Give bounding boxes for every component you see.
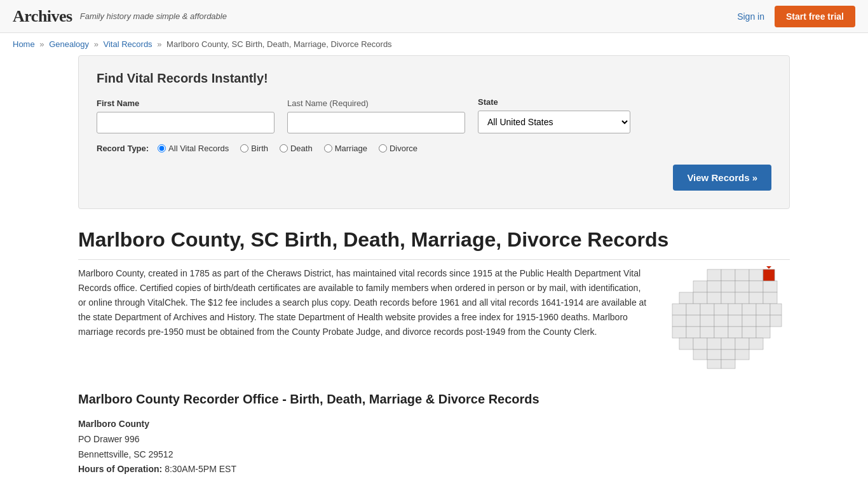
radio-all-vital-input[interactable] [158,144,166,152]
svg-rect-21 [714,304,728,315]
svg-rect-23 [742,304,756,315]
svg-rect-18 [672,304,686,315]
hours-label: Hours of Operation: [78,464,162,474]
radio-marriage-input[interactable] [324,144,332,152]
svg-rect-14 [721,292,735,304]
last-name-group: Last Name (Required) [287,98,465,133]
svg-rect-25 [770,304,782,315]
svg-rect-44 [721,338,735,349]
svg-rect-33 [770,315,782,327]
view-records-wrapper: View Records » [97,165,771,191]
svg-rect-38 [728,327,742,338]
svg-rect-30 [728,315,742,327]
record-type-row: Record Type: All Vital Records Birth Dea… [97,144,771,153]
radio-marriage[interactable]: Marriage [324,144,367,153]
page-title: Marlboro County, SC Birth, Death, Marria… [78,228,790,260]
hours-line: Hours of Operation: 8:30AM-5PM EST [78,462,790,477]
svg-rect-3 [749,269,763,281]
svg-rect-10 [763,281,777,292]
svg-rect-27 [686,315,700,327]
svg-rect-40 [756,327,770,338]
breadcrumb-sep-3: » [157,39,161,49]
svg-rect-49 [721,349,735,360]
svg-rect-7 [721,281,735,292]
hours-value: 8:30AM-5PM EST [165,464,236,474]
breadcrumb-vital-records[interactable]: Vital Records [104,39,153,49]
breadcrumb-sep-2: » [94,39,98,49]
svg-rect-22 [728,304,742,315]
site-logo: Archives [13,7,72,26]
content-section: Marlboro County, created in 1785 as part… [78,266,790,373]
svg-rect-46 [749,338,763,349]
radio-death[interactable]: Death [280,144,313,153]
view-records-button[interactable]: View Records » [673,165,771,191]
sign-in-link[interactable]: Sign in [737,11,764,22]
recorder-section-heading: Marlboro County Recorder Office - Birth,… [78,392,790,407]
svg-rect-52 [721,360,735,369]
address-block: Marlboro County PO Drawer 996 Bennettsvi… [78,417,790,477]
svg-rect-24 [756,304,770,315]
header-logo-area: Archives Family history made simple & af… [13,7,227,26]
breadcrumb: Home » Genealogy » Vital Records » Marlb… [0,33,868,55]
county-marker [766,266,771,269]
map-container [669,266,790,373]
header-nav: Sign in Start free trial [737,6,855,27]
page-description: Marlboro County, created in 1785 as part… [78,266,650,373]
first-name-group: First Name [97,98,275,133]
radio-divorce-input[interactable] [379,144,387,152]
svg-rect-6 [707,281,721,292]
svg-rect-17 [763,292,777,304]
radio-death-input[interactable] [280,144,288,152]
record-type-label: Record Type: [97,144,149,153]
state-select[interactable]: All United States Alabama Alaska Arizona… [478,111,630,133]
svg-rect-47 [693,349,707,360]
svg-rect-45 [735,338,749,349]
last-name-label: Last Name (Required) [287,98,465,108]
svg-rect-0 [707,269,721,281]
radio-all-vital[interactable]: All Vital Records [158,144,229,153]
svg-rect-28 [700,315,714,327]
svg-rect-31 [742,315,756,327]
svg-rect-43 [707,338,721,349]
search-title: Find Vital Records Instantly! [97,71,771,86]
first-name-input[interactable] [97,112,275,133]
breadcrumb-genealogy[interactable]: Genealogy [49,39,89,49]
svg-rect-2 [735,269,749,281]
svg-rect-36 [700,327,714,338]
svg-rect-51 [707,360,721,369]
site-tagline: Family history made simple & affordable [80,11,227,21]
breadcrumb-current: Marlboro County, SC Birth, Death, Marria… [166,39,392,49]
svg-rect-29 [714,315,728,327]
search-fields: First Name Last Name (Required) State Al… [97,97,771,133]
svg-rect-26 [672,315,686,327]
radio-divorce-label: Divorce [390,144,417,153]
breadcrumb-home[interactable]: Home [13,39,35,49]
svg-rect-13 [707,292,721,304]
svg-rect-5 [693,281,707,292]
radio-divorce[interactable]: Divorce [379,144,417,153]
svg-rect-34 [672,327,686,338]
svg-rect-35 [686,327,700,338]
svg-rect-37 [714,327,728,338]
state-group: State All United States Alabama Alaska A… [478,97,630,133]
svg-rect-8 [735,281,749,292]
search-box: Find Vital Records Instantly! First Name… [78,55,790,209]
svg-rect-11 [679,292,693,304]
svg-rect-20 [700,304,714,315]
svg-rect-1 [721,269,735,281]
svg-rect-19 [686,304,700,315]
radio-birth[interactable]: Birth [240,144,268,153]
highlighted-county [763,269,775,281]
radio-birth-label: Birth [251,144,268,153]
radio-death-label: Death [290,144,313,153]
svg-rect-39 [742,327,756,338]
main-content: Find Vital Records Instantly! First Name… [65,55,803,488]
svg-rect-48 [707,349,721,360]
last-name-input[interactable] [287,112,465,133]
radio-birth-input[interactable] [240,144,248,152]
svg-rect-9 [749,281,763,292]
start-trial-button[interactable]: Start free trial [775,6,855,27]
svg-rect-32 [756,315,770,327]
svg-rect-15 [735,292,749,304]
address-line2: Bennettsville, SC 29512 [78,447,790,463]
